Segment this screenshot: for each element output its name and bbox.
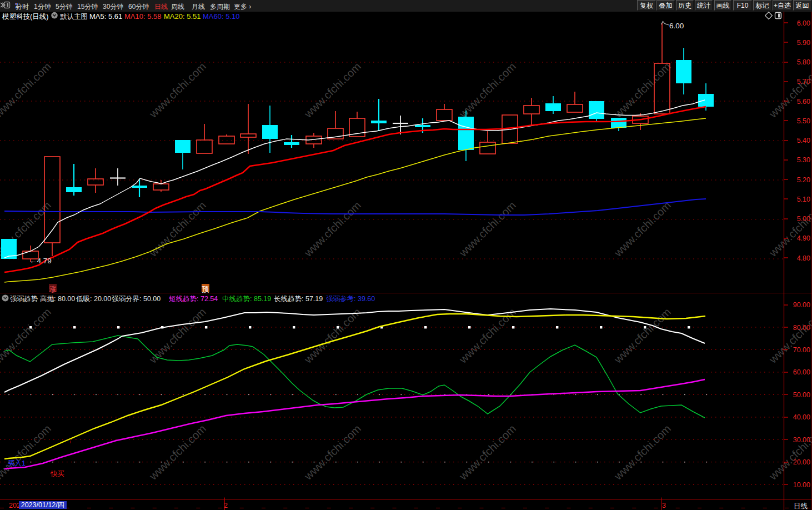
svg-text:快买: 快买 (50, 470, 64, 478)
svg-text:40.00: 40.00 (793, 413, 810, 421)
svg-text:10.00: 10.00 (793, 481, 810, 489)
svg-text:80.00: 80.00 (793, 324, 810, 332)
svg-text:www.cfchi.com: www.cfchi.com (302, 60, 363, 120)
svg-text:www.cfchi.com: www.cfchi.com (302, 422, 363, 482)
svg-text:5.70: 5.70 (797, 78, 810, 86)
svg-text:←4.79: ←4.79 (29, 257, 52, 265)
svg-text:涨: 涨 (49, 285, 57, 293)
svg-text:5.10: 5.10 (797, 196, 810, 203)
svg-text:www.cfchi.com: www.cfchi.com (457, 422, 518, 482)
svg-text:6.00: 6.00 (669, 22, 684, 30)
svg-text:www.cfchi.com: www.cfchi.com (766, 60, 812, 120)
svg-text:www.cfchi.com: www.cfchi.com (147, 422, 208, 482)
svg-text:5.30: 5.30 (797, 156, 810, 164)
svg-text:www.cfchi.com: www.cfchi.com (0, 60, 53, 120)
svg-text:www.cfchi.com: www.cfchi.com (611, 422, 673, 482)
svg-text:4.90: 4.90 (797, 234, 810, 242)
svg-text:www.cfchi.com: www.cfchi.com (147, 60, 208, 120)
svg-text:www.cfchi.com: www.cfchi.com (766, 306, 812, 366)
svg-text:5.90: 5.90 (797, 39, 810, 47)
svg-text:30.00: 30.00 (793, 436, 810, 444)
svg-text:www.cfchi.com: www.cfchi.com (766, 199, 812, 259)
svg-text:20.00: 20.00 (793, 458, 810, 466)
svg-text:5.20: 5.20 (797, 176, 810, 184)
svg-text:www.cfchi.com: www.cfchi.com (457, 199, 518, 259)
svg-text:4.80: 4.80 (797, 254, 810, 262)
svg-text:60.00: 60.00 (793, 368, 810, 376)
svg-text:5.40: 5.40 (797, 137, 810, 144)
svg-text:www.cfchi.com: www.cfchi.com (611, 306, 673, 366)
svg-text:5.00: 5.00 (797, 215, 810, 223)
svg-text:www.cfchi.com: www.cfchi.com (766, 422, 812, 482)
svg-text:www.cfchi.com: www.cfchi.com (0, 422, 53, 482)
svg-text:70.00: 70.00 (793, 346, 810, 354)
svg-text:5.80: 5.80 (797, 58, 810, 66)
svg-text:5.50: 5.50 (797, 117, 810, 125)
svg-text:5.60: 5.60 (797, 98, 810, 106)
svg-text:www.cfchi.com: www.cfchi.com (611, 60, 673, 120)
svg-text:www.cfchi.com: www.cfchi.com (302, 199, 363, 259)
svg-text:预: 预 (202, 285, 209, 293)
svg-text:www.cfchi.com: www.cfchi.com (0, 306, 53, 366)
svg-text:50.00: 50.00 (793, 391, 810, 399)
svg-text:买入1: 买入1 (8, 459, 26, 467)
